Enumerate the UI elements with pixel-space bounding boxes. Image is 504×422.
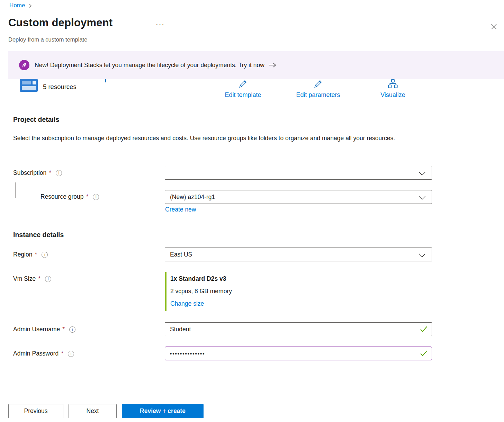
visualize-label: Visualize xyxy=(380,91,405,99)
admin-username-input[interactable] xyxy=(165,322,432,336)
subscription-label: Subscription xyxy=(13,169,46,177)
resource-group-value: (New) az104-rg1 xyxy=(165,190,432,204)
more-options-icon[interactable]: ··· xyxy=(156,20,165,28)
region-dropdown[interactable]: East US xyxy=(165,248,432,261)
banner-message: New! Deployment Stacks let you manage th… xyxy=(35,62,237,69)
edit-parameters-button[interactable]: Edit parameters xyxy=(285,79,351,99)
project-details-description: Select the subscription to manage deploy… xyxy=(13,133,413,144)
instance-details-heading: Instance details xyxy=(13,231,64,239)
info-icon[interactable]: i xyxy=(56,170,62,176)
pencil-icon xyxy=(313,79,324,90)
vm-size-specs: 2 vcpus, 8 GB memory xyxy=(170,288,232,295)
required-asterisk: * xyxy=(35,251,37,258)
admin-password-label: Admin Password xyxy=(13,350,58,357)
resource-group-label-row: Resource group * i xyxy=(40,193,99,200)
info-icon[interactable]: i xyxy=(93,194,99,200)
required-asterisk: * xyxy=(62,326,65,333)
next-button[interactable]: Next xyxy=(69,404,117,418)
info-icon[interactable]: i xyxy=(45,276,51,282)
banner-cta-link[interactable]: Try it now xyxy=(238,62,264,69)
region-value: East US xyxy=(165,248,432,261)
vm-size-selection-bar xyxy=(165,272,166,311)
page-title: Custom deployment xyxy=(8,17,112,29)
admin-username-label-row: Admin Username * i xyxy=(13,326,75,333)
custom-deployment-page: Home Custom deployment ··· Deploy from a… xyxy=(0,0,504,422)
admin-password-field-wrap xyxy=(165,347,432,360)
edit-template-label: Edit template xyxy=(225,91,261,99)
resource-group-dropdown[interactable]: (New) az104-rg1 xyxy=(165,190,432,204)
breadcrumb-chevron-icon xyxy=(28,3,32,8)
vm-size-label: Vm Size xyxy=(13,275,36,282)
cut-off-content-artifact xyxy=(105,79,106,82)
info-icon[interactable]: i xyxy=(42,252,48,258)
project-details-heading: Project details xyxy=(13,116,59,124)
resources-count: 5 resources xyxy=(43,83,76,91)
valid-check-icon xyxy=(420,326,428,334)
valid-check-icon xyxy=(420,350,428,358)
info-icon[interactable]: i xyxy=(69,326,75,333)
edit-parameters-label: Edit parameters xyxy=(296,91,340,99)
region-label-row: Region * i xyxy=(13,251,48,258)
admin-password-input[interactable] xyxy=(165,347,432,360)
arrow-right-icon xyxy=(269,62,277,68)
create-new-link[interactable]: Create new xyxy=(165,206,196,213)
admin-username-field-wrap xyxy=(165,322,432,336)
vm-size-name: 1x Standard D2s v3 xyxy=(170,275,226,282)
review-create-button[interactable]: Review + create xyxy=(122,404,204,418)
required-asterisk: * xyxy=(86,193,89,200)
close-icon xyxy=(490,23,497,30)
admin-username-label: Admin Username xyxy=(13,326,60,333)
vm-size-label-row: Vm Size * i xyxy=(13,275,51,282)
chevron-down-icon xyxy=(418,195,426,201)
breadcrumb: Home xyxy=(9,2,32,9)
subscription-label-row: Subscription * i xyxy=(13,169,62,177)
page-subtitle: Deploy from a custom template xyxy=(8,36,87,43)
edit-template-button[interactable]: Edit template xyxy=(210,79,276,99)
pencil-icon xyxy=(237,79,249,90)
region-label: Region xyxy=(13,251,32,258)
rocket-icon xyxy=(19,60,29,70)
org-chart-icon xyxy=(387,79,398,90)
chevron-down-icon xyxy=(418,253,426,259)
info-icon[interactable]: i xyxy=(68,351,74,357)
chevron-down-icon xyxy=(418,171,426,177)
close-button[interactable] xyxy=(488,21,500,33)
subscription-dropdown[interactable] xyxy=(165,166,432,180)
required-asterisk: * xyxy=(49,169,51,177)
required-asterisk: * xyxy=(38,275,40,282)
announcement-banner[interactable]: New! Deployment Stacks let you manage th… xyxy=(8,51,504,79)
tree-connector xyxy=(15,182,35,198)
visualize-button[interactable]: Visualize xyxy=(360,79,426,99)
template-resources-icon xyxy=(20,79,38,92)
breadcrumb-home-link[interactable]: Home xyxy=(9,2,25,9)
required-asterisk: * xyxy=(61,350,63,357)
admin-password-label-row: Admin Password * i xyxy=(13,350,74,357)
resource-group-label: Resource group xyxy=(40,193,84,200)
previous-button[interactable]: Previous xyxy=(8,404,63,418)
change-size-link[interactable]: Change size xyxy=(170,300,204,307)
